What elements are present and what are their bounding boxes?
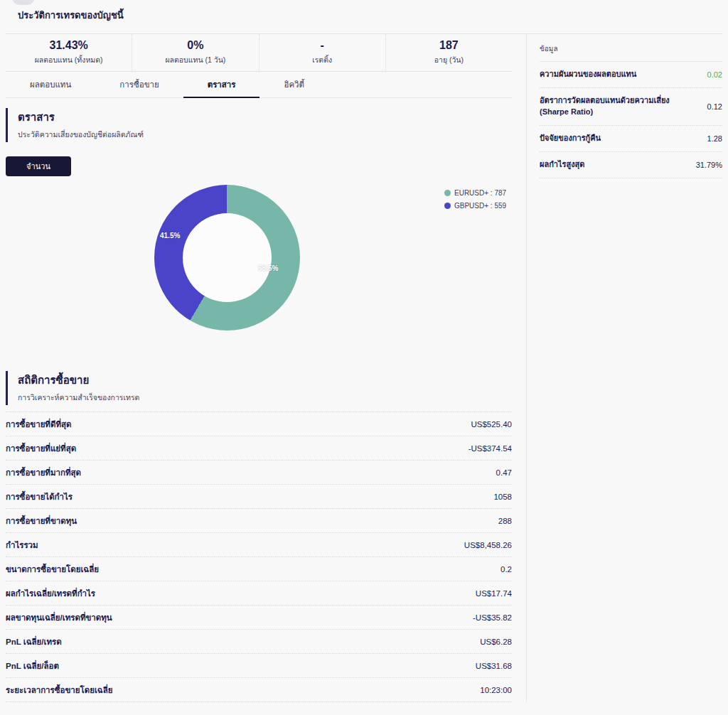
table-row: การซื้อขายที่แย่ที่สุด -US$374.54 [6, 436, 512, 461]
tab-trading[interactable]: การซื้อขาย [95, 72, 183, 97]
row-label: PnL เฉลี่ย/เทรด [6, 635, 62, 648]
row-value: US$31.68 [476, 662, 512, 670]
row-value: 0.47 [496, 468, 512, 477]
row-value: 1058 [493, 493, 512, 501]
legend-label: EURUSD+ : 787 [454, 189, 506, 197]
trading-stats-table: การซื้อขายที่ดีที่สุด US$525.40 การซื้อข… [6, 412, 512, 702]
table-row: ผลกำไรเฉลี่ย/เทรดที่กำไร US$17.74 [6, 581, 512, 606]
info-value: 1.28 [707, 134, 722, 143]
row-value: -US$35.82 [473, 613, 512, 622]
trading-stats-header: สถิติการซื้อขาย การวิเคราะห์ความสำเร็จขอ… [6, 371, 512, 405]
instruments-donut-chart: 58.5% 41.5% EURUSD+ : 787 GBPUSD+ : 559 [6, 182, 512, 353]
main-column: 31.43% ผลตอบแทน (ทั้งหมด) 0% ผลตอบแทน (1… [6, 34, 512, 702]
table-row: การซื้อขายที่มากที่สุด 0.47 [6, 461, 512, 485]
tab-equity[interactable]: อิควิตี้ [259, 72, 328, 97]
info-item-sharpe-ratio: อัตราการวัดผลตอบแทนด้วยความเสี่ยง (Sharp… [540, 88, 722, 126]
row-label: การซื้อขายที่แย่ที่สุด [6, 442, 76, 455]
table-row: การซื้อขายได้กำไร 1058 [6, 485, 512, 509]
row-label: การซื้อขายที่มากที่สุด [6, 466, 81, 479]
stat-value: 187 [439, 39, 459, 52]
info-item-max-profit: ผลกำไรสูงสุด 31.79% [540, 152, 722, 178]
account-history-page: #1 ประวัติการเทรดของบัญชนี้ 31.43% ผลตอบ… [0, 0, 728, 702]
row-value: 0.2 [500, 565, 512, 574]
donut-label-purple-percent: 41.5% [160, 232, 180, 240]
table-row: ขนาดการซื้อขายโดยเฉลี่ย 0.2 [6, 557, 512, 581]
row-value: US$525.40 [471, 420, 512, 429]
row-label: ระยะเวลาการซื้อขายโดยเฉลี่ย [6, 684, 112, 697]
instruments-section-header: ตราสาร ประวัติความเสี่ยงของบัญชีต่อผลิตภ… [6, 108, 512, 142]
page-title: ประวัติการเทรดของบัญชนี้ [6, 0, 722, 33]
legend-dot-teal-icon [444, 190, 451, 196]
row-label: ขนาดการซื้อขายโดยเฉลี่ย [6, 563, 99, 576]
info-sidebar: ข้อมูล ความผันผวนของผลตอบแทน 0.02 อัตราก… [526, 34, 722, 702]
table-row: PnL เฉลี่ย/ล็อต US$31.68 [6, 654, 512, 678]
legend-item-eurusd[interactable]: EURUSD+ : 787 [444, 189, 506, 197]
info-value: 0.12 [707, 102, 722, 111]
content: 31.43% ผลตอบแทน (ทั้งหมด) 0% ผลตอบแทน (1… [6, 34, 722, 702]
info-value: 31.79% [696, 161, 722, 169]
table-row: PnL เฉลี่ย/เทรด US$6.28 [6, 630, 512, 654]
donut-chart-ring[interactable]: 58.5% 41.5% [154, 185, 300, 330]
row-label: กำไรรวม [6, 539, 38, 552]
legend-dot-purple-icon [444, 203, 451, 209]
stat-label: อายุ (วัน) [434, 54, 464, 66]
info-item-recovery-factor: ปัจจัยของการกู้คืน 1.28 [540, 126, 722, 152]
stat-total-return: 31.43% ผลตอบแทน (ทั้งหมด) [6, 34, 132, 71]
table-row: การซื้อขายที่ขาดทุน 288 [6, 509, 512, 533]
amount-button[interactable]: จำนวน [6, 156, 71, 176]
row-label: การซื้อขายได้กำไร [6, 490, 73, 503]
summary-stats-strip: 31.43% ผลตอบแทน (ทั้งหมด) 0% ผลตอบแทน (1… [6, 34, 512, 72]
stat-rating: - เรตติ้ง [259, 34, 385, 71]
row-label: ผลกำไรเฉลี่ย/เทรดที่กำไร [6, 587, 95, 600]
info-value: 0.02 [707, 70, 722, 79]
donut-label-teal-percent: 58.5% [258, 264, 278, 272]
info-item-volatility: ความผันผวนของผลตอบแทน 0.02 [540, 62, 722, 88]
stat-label: ผลตอบแทน (ทั้งหมด) [35, 54, 103, 66]
info-panel-title: ข้อมูล [540, 34, 722, 62]
trading-stats-section: สถิติการซื้อขาย การวิเคราะห์ความสำเร็จขอ… [6, 371, 512, 702]
table-row: ผลขาดทุนเฉลี่ย/เทรดที่ขาดทุน -US$35.82 [6, 606, 512, 630]
stat-daily-return: 0% ผลตอบแทน (1 วัน) [132, 34, 258, 71]
trading-stats-subtitle: การวิเคราะห์ความสำเร็จของการเทรด [18, 392, 512, 404]
table-row: ระยะเวลาการซื้อขายโดยเฉลี่ย 10:23:00 [6, 678, 512, 702]
legend-item-gbpusd[interactable]: GBPUSD+ : 559 [444, 202, 506, 210]
trading-stats-title: สถิติการซื้อขาย [18, 372, 512, 389]
row-label: PnL เฉลี่ย/ล็อต [6, 660, 59, 672]
chart-legend: EURUSD+ : 787 GBPUSD+ : 559 [444, 189, 506, 210]
row-value: US$17.74 [476, 589, 512, 598]
stat-age-days: 187 อายุ (วัน) [385, 34, 512, 71]
stat-value: 31.43% [49, 39, 87, 52]
row-value: US$6.28 [480, 638, 512, 646]
tab-instruments[interactable]: ตราสาร [183, 72, 260, 98]
info-label: อัตราการวัดผลตอบแทนด้วยความเสี่ยง (Sharp… [540, 95, 697, 118]
table-row: กำไรรวม US$8,458.26 [6, 533, 512, 557]
stat-value: 0% [187, 39, 203, 52]
tab-returns[interactable]: ผลตอบแทน [6, 72, 95, 97]
info-label: ปัจจัยของการกู้คืน [540, 133, 601, 144]
row-label: การซื้อขายที่ขาดทุน [6, 515, 77, 527]
stat-label: ผลตอบแทน (1 วัน) [165, 54, 225, 66]
instruments-section-subtitle: ประวัติความเสี่ยงของบัญชีต่อผลิตภัณฑ์ [18, 129, 512, 141]
tab-bar: ผลตอบแทน การซื้อขาย ตราสาร อิควิตี้ [6, 72, 512, 98]
row-value: 10:23:00 [480, 686, 512, 694]
instruments-section-title: ตราสาร [18, 109, 512, 126]
row-value: 288 [498, 517, 512, 525]
stat-value: - [320, 39, 323, 52]
row-label: การซื้อขายที่ดีที่สุด [6, 418, 71, 431]
stat-label: เรตติ้ง [312, 54, 332, 66]
info-label: ผลกำไรสูงสุด [540, 159, 584, 171]
row-value: -US$374.54 [469, 444, 512, 453]
legend-label: GBPUSD+ : 559 [454, 202, 506, 210]
info-label: ความผันผวนของผลตอบแทน [540, 69, 636, 80]
row-value: US$8,458.26 [464, 541, 512, 549]
donut-chart-hole [183, 213, 272, 302]
table-row: การซื้อขายที่ดีที่สุด US$525.40 [6, 412, 512, 436]
row-label: ผลขาดทุนเฉลี่ย/เทรดที่ขาดทุน [6, 611, 112, 624]
